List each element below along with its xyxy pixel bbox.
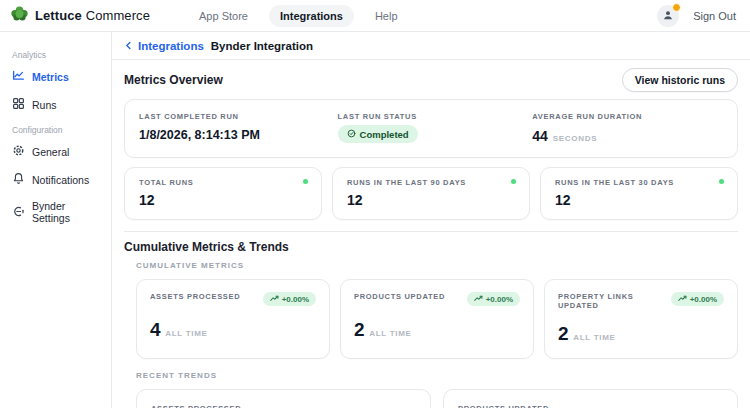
metric-label: Total Runs (139, 178, 307, 187)
assets-processed-card: Assets Processed +0.00% 4 All Time (136, 279, 330, 359)
metric-unit: All Time (573, 333, 615, 342)
trending-up-icon (678, 295, 687, 304)
trending-up-icon (270, 295, 279, 304)
average-run-duration: Average Run Duration 44Seconds (532, 112, 723, 144)
user-avatar[interactable] (657, 5, 679, 27)
sign-out-link[interactable]: Sign Out (693, 10, 736, 22)
cumulative-metrics-label: Cumulative Metrics (136, 261, 738, 270)
sidebar-item-label: Bynder Settings (32, 200, 103, 224)
total-runs-value: 12 (139, 192, 307, 208)
top-header: Lettuce Commerce App Store Integrations … (0, 0, 750, 32)
metrics-overview-title: Metrics Overview (124, 73, 223, 87)
breadcrumb: Integrations Bynder Integration (112, 32, 750, 60)
assets-processed-trend-card: Assets Processed +4 Last Ten Days (136, 389, 431, 408)
trend-badge: +0.00% (671, 292, 724, 306)
trend-badge: +0.00% (467, 292, 520, 306)
main-content: Metrics Overview View historic runs Last… (112, 60, 750, 408)
sidebar: Analytics Metrics Runs Configuration (0, 32, 112, 408)
products-updated-trend-card: Products Updated +2 Last Ten Days (443, 389, 738, 408)
bynder-settings-icon (12, 205, 25, 220)
metric-unit: All Time (165, 329, 207, 338)
sidebar-item-label: Runs (32, 99, 57, 111)
top-nav: App Store Integrations Help (188, 5, 409, 27)
property-links-updated-card: Property Links Updated +0.00% 2 All Time (544, 279, 738, 359)
trend-badge: +0.00% (263, 292, 316, 306)
metric-label: Runs in the Last 30 Days (555, 178, 723, 187)
metric-label: Products Updated (458, 404, 723, 408)
sidebar-item-metrics[interactable]: Metrics (12, 69, 103, 84)
last-completed-run: Last Completed Run 1/8/2026, 8:14:13 PM (139, 112, 338, 144)
sidebar-item-label: Metrics (32, 71, 69, 83)
duration-value: 44 (532, 128, 548, 144)
runs-90-days-card: Runs in the Last 90 Days 12 (332, 167, 530, 220)
grid-icon (12, 97, 25, 112)
property-links-updated-value: 2 (558, 323, 568, 345)
metric-label: Last Run Status (338, 112, 533, 121)
breadcrumb-back-link[interactable]: Integrations (124, 40, 204, 52)
metric-label: Last Completed Run (139, 112, 338, 121)
nav-integrations[interactable]: Integrations (269, 5, 354, 27)
duration-unit: Seconds (553, 134, 597, 143)
metric-label: Assets Processed (150, 292, 240, 301)
chevron-left-icon (124, 40, 133, 52)
gear-icon (12, 144, 25, 159)
sidebar-section-configuration: Configuration (12, 125, 103, 135)
runs-30-days-card: Runs in the Last 30 Days 12 (540, 167, 738, 220)
nav-app-store[interactable]: App Store (188, 5, 259, 27)
total-runs-card: Total Runs 12 (124, 167, 322, 220)
brand: Lettuce Commerce (10, 4, 150, 27)
metric-unit: All Time (369, 329, 411, 338)
chart-line-icon (12, 69, 25, 84)
sidebar-item-bynder-settings[interactable]: Bynder Settings (12, 200, 103, 224)
bell-icon (12, 172, 25, 187)
metric-label: Average Run Duration (532, 112, 723, 121)
status-dot-icon (511, 179, 516, 184)
sidebar-item-runs[interactable]: Runs (12, 97, 103, 112)
trending-up-icon (474, 295, 483, 304)
metric-label: Runs in the Last 90 Days (347, 178, 515, 187)
sidebar-item-general[interactable]: General (12, 144, 103, 159)
last-run-status: Last Run Status Completed (338, 112, 533, 144)
runs-90-days-value: 12 (347, 192, 515, 208)
sidebar-item-notifications[interactable]: Notifications (12, 172, 103, 187)
runs-30-days-value: 12 (555, 192, 723, 208)
metric-label: Assets Processed (151, 404, 416, 408)
metric-label: Property Links Updated (558, 292, 671, 310)
status-dot-icon (303, 179, 308, 184)
lettuce-logo-icon (10, 4, 29, 27)
cumulative-section-title: Cumulative Metrics & Trends (124, 240, 289, 254)
last-completed-run-value: 1/8/2026, 8:14:13 PM (139, 128, 338, 142)
sidebar-item-label: Notifications (32, 174, 89, 186)
sidebar-item-label: General (32, 146, 69, 158)
brand-name: Lettuce Commerce (35, 8, 150, 23)
status-dot-icon (719, 179, 724, 184)
header-right: Sign Out (657, 5, 736, 27)
assets-processed-value: 4 (150, 319, 160, 341)
products-updated-card: Products Updated +0.00% 2 All Time (340, 279, 534, 359)
nav-help[interactable]: Help (364, 5, 409, 27)
view-historic-runs-button[interactable]: View historic runs (622, 68, 738, 92)
check-circle-icon (347, 129, 356, 140)
run-summary-card: Last Completed Run 1/8/2026, 8:14:13 PM … (124, 99, 738, 158)
status-badge: Completed (338, 125, 418, 143)
notification-badge (672, 3, 681, 12)
recent-trends-label: Recent Trends (136, 371, 738, 380)
products-updated-value: 2 (354, 319, 364, 341)
sidebar-section-analytics: Analytics (12, 50, 103, 60)
breadcrumb-current: Bynder Integration (211, 40, 313, 52)
metric-label: Products Updated (354, 292, 445, 301)
